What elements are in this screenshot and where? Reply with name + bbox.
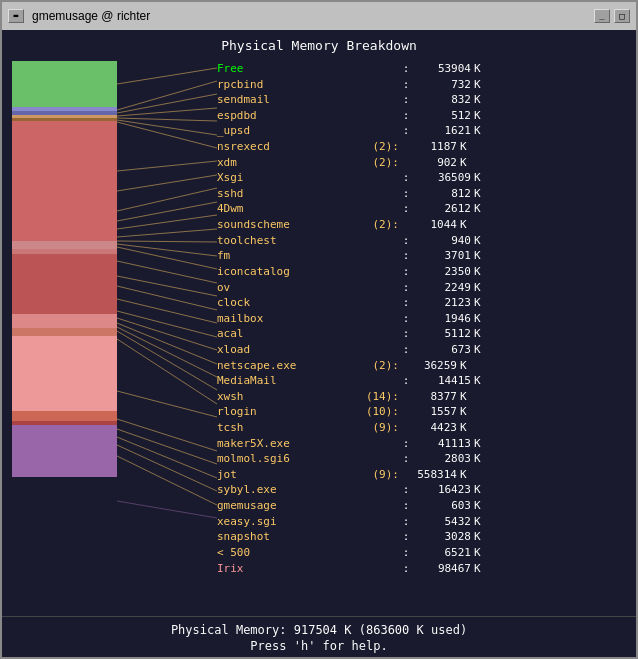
row-value: 5112 [413,326,471,342]
table-row: _upsd : 1621 K [217,123,626,139]
table-row: Irix : 98467 K [217,561,626,577]
row-value: 41113 [413,436,471,452]
row-colon: : [399,123,413,139]
svg-line-1 [117,81,217,110]
svg-line-22 [117,323,217,364]
table-row: clock : 2123 K [217,295,626,311]
table-row: Xsgi : 36509 K [217,170,626,186]
row-unit: K [471,170,481,186]
row-unit: K [471,326,481,342]
row-colon: : [399,92,413,108]
row-name: rlogin [217,404,357,420]
row-colon: : [399,264,413,280]
row-name: gmemusage [217,498,357,514]
row-name: molmol.sgi6 [217,451,357,467]
row-colon: : [399,514,413,530]
row-name: espdbd [217,108,357,124]
row-name: maker5X.exe [217,436,357,452]
svg-line-31 [117,456,217,505]
close-button[interactable]: ▬ [8,9,24,23]
row-name: MediaMail [217,373,357,389]
table-row: toolchest : 940 K [217,233,626,249]
table-row: maker5X.exe : 41113 K [217,436,626,452]
row-unit: K [471,92,481,108]
table-row: 4Dwm : 2612 K [217,201,626,217]
row-unit: K [457,358,467,374]
titlebar: ▬ gmemusage @ richter _ □ [2,2,636,30]
row-value: 558314 [399,467,457,483]
row-colon: : [399,233,413,249]
row-unit: K [471,264,481,280]
row-extra [357,92,399,108]
table-row: xload : 673 K [217,342,626,358]
row-name: netscape.exe [217,358,357,374]
row-unit: K [471,77,481,93]
row-extra: (2): [357,358,399,374]
row-colon: : [399,561,413,577]
row-name: Xsgi [217,170,357,186]
row-value: 3701 [413,248,471,264]
row-name: jot [217,467,357,483]
svg-line-23 [117,327,217,377]
row-value: 673 [413,342,471,358]
row-extra [357,529,399,545]
svg-line-12 [117,229,217,237]
row-value: 902 [399,155,457,171]
svg-line-17 [117,276,217,296]
row-colon: : [399,295,413,311]
row-name: soundscheme [217,217,357,233]
row-unit: K [471,529,481,545]
row-value: 603 [413,498,471,514]
table-row: rpcbind : 732 K [217,77,626,93]
chart-area: Free : 53904 K rpcbind : 732 K sendmail … [12,61,626,612]
row-name: 4Dwm [217,201,357,217]
row-name: xdm [217,155,357,171]
row-unit: K [471,233,481,249]
svg-line-10 [117,202,217,221]
row-extra [357,108,399,124]
row-value: 832 [413,92,471,108]
table-row: netscape.exe (2): 36259 K [217,358,626,374]
row-name: iconcatalog [217,264,357,280]
row-colon: : [399,61,413,77]
row-value: 732 [413,77,471,93]
row-name: fm [217,248,357,264]
maximize-button[interactable]: □ [614,9,630,23]
row-unit: K [457,139,467,155]
row-name: xeasy.sgi [217,514,357,530]
row-colon: : [399,77,413,93]
row-colon: : [399,108,413,124]
row-extra [357,295,399,311]
table-row: rlogin (10): 1557 K [217,404,626,420]
row-unit: K [471,311,481,327]
row-unit: K [457,217,467,233]
row-extra: (9): [357,467,399,483]
row-extra [357,186,399,202]
row-colon: : [399,373,413,389]
row-value: 8377 [399,389,457,405]
row-value: 1187 [399,139,457,155]
minimize-button[interactable]: _ [594,9,610,23]
help-text: Press 'h' for help. [2,639,636,653]
row-name: toolchest [217,233,357,249]
row-colon: : [399,436,413,452]
svg-line-7 [117,161,217,171]
svg-line-0 [117,68,217,84]
page-title: Physical Memory Breakdown [12,38,626,53]
bar-netscape [12,314,117,328]
row-colon: : [399,342,413,358]
row-colon: : [399,529,413,545]
svg-line-18 [117,286,217,310]
row-value: 16423 [413,482,471,498]
row-name: clock [217,295,357,311]
table-row: sshd : 812 K [217,186,626,202]
row-value: 2123 [413,295,471,311]
row-extra [357,326,399,342]
table-row: acal : 5112 K [217,326,626,342]
row-extra: (10): [357,404,399,420]
row-colon: : [399,201,413,217]
svg-line-25 [117,339,217,404]
row-value: 36509 [413,170,471,186]
row-name: < 500 [217,545,357,561]
table-row: molmol.sgi6 : 2803 K [217,451,626,467]
